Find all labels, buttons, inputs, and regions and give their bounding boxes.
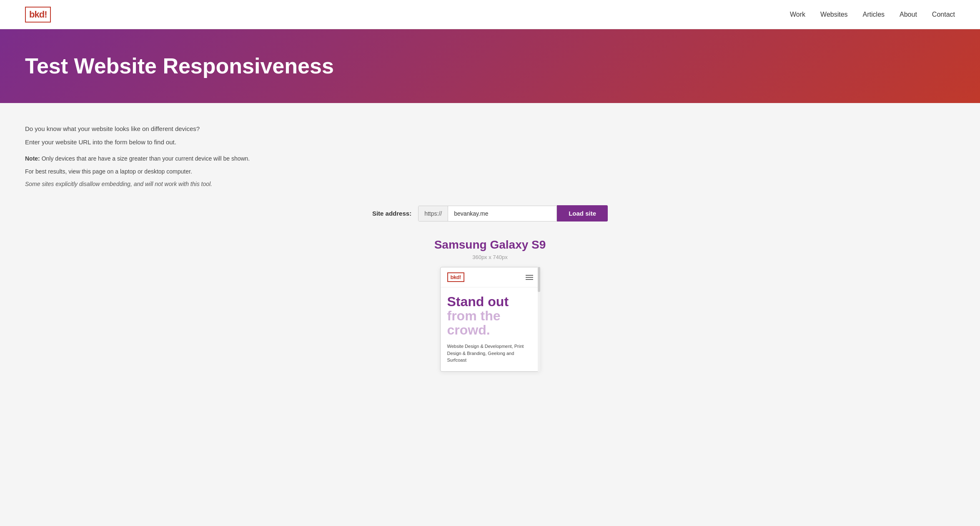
phone-body-text: Website Design & Development, Print Desi… bbox=[447, 343, 533, 364]
phone-content: Stand out from the crowd. Website Design… bbox=[441, 287, 540, 371]
nav-articles[interactable]: Articles bbox=[863, 11, 885, 18]
site-header: bkd! Work Websites Articles About Contac… bbox=[0, 0, 980, 29]
phone-headline-bold: Stand out bbox=[447, 295, 533, 309]
device-name: Samsung Galaxy S9 bbox=[434, 238, 546, 252]
phone-headline-light: from the crowd. bbox=[447, 309, 533, 337]
phone-logo: bkd! bbox=[447, 272, 464, 282]
phone-frame-outer: bkd! Stand out from the crowd. Website D… bbox=[440, 267, 540, 371]
nav-about[interactable]: About bbox=[900, 11, 917, 18]
url-input-wrap: https:// bbox=[418, 206, 557, 221]
note-label: Note: bbox=[25, 155, 40, 162]
phone-logo-text: bkd bbox=[451, 274, 460, 280]
url-input[interactable] bbox=[448, 206, 556, 221]
note-block: Note: Only devices that are have a size … bbox=[25, 154, 317, 189]
logo-box: bkd! bbox=[25, 7, 51, 23]
form-label: Site address: bbox=[372, 210, 411, 217]
hamburger-menu-icon[interactable] bbox=[526, 275, 533, 280]
phone-header: bkd! bbox=[441, 267, 540, 287]
nav-work[interactable]: Work bbox=[790, 11, 805, 18]
phone-frame: bkd! Stand out from the crowd. Website D… bbox=[440, 267, 540, 371]
logo-text: bkd bbox=[29, 9, 44, 20]
url-prefix: https:// bbox=[419, 206, 448, 221]
hamburger-line-3 bbox=[526, 279, 533, 280]
note-line1: Note: Only devices that are have a size … bbox=[25, 154, 317, 163]
nav-websites[interactable]: Websites bbox=[820, 11, 848, 18]
note-italic: Some sites explicitly disallow embedding… bbox=[25, 179, 317, 189]
phone-logo-excl: ! bbox=[459, 274, 461, 280]
page-title: Test Website Responsiveness bbox=[25, 54, 334, 78]
hamburger-line-2 bbox=[526, 277, 533, 278]
hero-section: Test Website Responsiveness bbox=[0, 29, 980, 103]
hamburger-line-1 bbox=[526, 275, 533, 276]
logo[interactable]: bkd! bbox=[25, 7, 51, 23]
note-text: Only devices that are have a size greate… bbox=[42, 155, 250, 162]
nav-contact[interactable]: Contact bbox=[932, 11, 955, 18]
phone-scrollbar[interactable] bbox=[538, 267, 540, 371]
desc-line1: Do you know what your website looks like… bbox=[25, 124, 317, 134]
device-preview-section: Samsung Galaxy S9 360px x 740px bkd! bbox=[25, 238, 955, 371]
logo-exclamation: ! bbox=[44, 9, 47, 20]
url-form: Site address: https:// Load site bbox=[303, 205, 678, 221]
desc-line2: Enter your website URL into the form bel… bbox=[25, 137, 317, 147]
main-nav: Work Websites Articles About Contact bbox=[790, 11, 955, 18]
phone-scrollbar-thumb bbox=[538, 267, 540, 292]
load-site-button[interactable]: Load site bbox=[557, 205, 608, 221]
main-content: Do you know what your website looks like… bbox=[0, 103, 980, 437]
note-line2: For best results, view this page on a la… bbox=[25, 167, 317, 176]
description-block: Do you know what your website looks like… bbox=[25, 124, 317, 189]
device-dimensions: 360px x 740px bbox=[472, 254, 508, 260]
